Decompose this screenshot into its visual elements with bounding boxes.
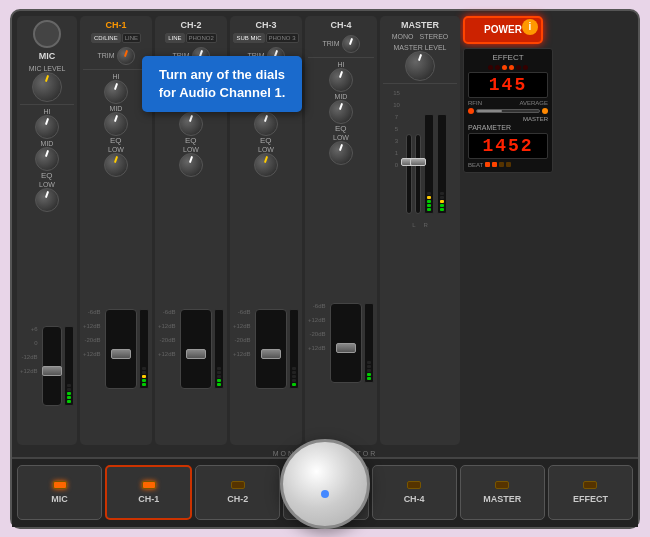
mic-db-scale: +60-12dB+12dB	[20, 326, 38, 441]
ch4-eq-label: EQ	[335, 124, 347, 133]
ch3-phono3-btn[interactable]: PHONO 3	[266, 33, 299, 43]
ch1-trim-knob[interactable]	[117, 47, 135, 65]
selector-mic[interactable]: MIC	[17, 465, 102, 520]
tooltip-text: Turn any of the dials for Audio Channel …	[159, 67, 286, 100]
master-vu-r	[437, 114, 447, 214]
big-dial-dot	[321, 490, 329, 498]
master-level-knob[interactable]	[405, 51, 435, 81]
parameter-label: PARAMETER	[468, 124, 548, 131]
selector-master[interactable]: MASTER	[460, 465, 545, 520]
selector-ch4[interactable]: CH-4	[372, 465, 457, 520]
ch4-trim-label: TRIM	[322, 40, 339, 47]
mic-low-knob[interactable]	[35, 188, 59, 212]
average-label: AVERAGE	[519, 100, 548, 106]
ch1-fader-track	[105, 309, 137, 389]
led-3	[502, 65, 507, 70]
selector-ch2-label: CH-2	[227, 494, 248, 504]
selector-effect[interactable]: EFFECT	[548, 465, 633, 520]
ch3-submic-btn[interactable]: SUB MIC	[233, 33, 264, 43]
ch4-low-knob[interactable]	[329, 141, 353, 165]
ch1-fader-handle[interactable]	[111, 349, 131, 359]
effect-slider-fill	[477, 110, 502, 112]
mic-fader-track	[42, 326, 62, 406]
ch1-hi-knob[interactable]	[104, 80, 128, 104]
master-level-label: MASTER LEVEL	[394, 44, 447, 51]
ch1-cd-btn[interactable]: CD/LINE	[91, 33, 121, 43]
selector-effect-label: EFFECT	[573, 494, 608, 504]
ch4-trim-knob[interactable]	[342, 35, 360, 53]
beat-4	[506, 162, 511, 167]
ch3-low-knob[interactable]	[254, 153, 278, 177]
effect-value-1: 145	[489, 75, 527, 95]
ch4-trim-row: TRIM	[322, 35, 359, 53]
led-2	[495, 65, 500, 70]
ch1-mid-knob[interactable]	[104, 112, 128, 136]
ch2-mid-knob[interactable]	[179, 112, 203, 136]
mic-fader-handle[interactable]	[42, 366, 62, 376]
mic-low-label: LOW	[39, 181, 55, 188]
effect-label: EFFECT	[468, 53, 548, 62]
info-icon[interactable]: i	[522, 19, 538, 35]
beat-label: BEAT	[468, 162, 483, 168]
led-5	[516, 65, 521, 70]
led-4	[509, 65, 514, 70]
ch2-eq-label: EQ	[185, 136, 197, 145]
ch4-fader-track	[330, 303, 362, 383]
ch1-hi-label: HI	[113, 73, 120, 80]
ch2-db-scale: -6dB+12dB-20dB+12dB	[158, 309, 176, 441]
selector-mic-label: MIC	[51, 494, 68, 504]
beat-1	[485, 162, 490, 167]
rfin-label: RFIN	[468, 100, 482, 106]
mic-hi-knob[interactable]	[35, 115, 59, 139]
selector-mic-light	[53, 481, 67, 489]
ch3-eq-label: EQ	[260, 136, 272, 145]
mic-vu-meter	[64, 326, 74, 406]
ch1-trim-label: TRIM	[97, 52, 114, 59]
ch3-mid-knob[interactable]	[254, 112, 278, 136]
selector-ch1-label: CH-1	[138, 494, 159, 504]
ch1-low-knob[interactable]	[104, 153, 128, 177]
ch1-mid-label: MID	[110, 105, 123, 112]
ch4-vu-meter	[364, 303, 374, 383]
ch3-fader-track	[255, 309, 287, 389]
ch1-line-btn[interactable]: LINE	[122, 33, 141, 43]
r-label: R	[424, 222, 428, 228]
right-panel: POWER EFFECT 145 R	[463, 16, 553, 445]
ch4-hi-knob[interactable]	[329, 68, 353, 92]
effect-display-1: 145	[468, 72, 548, 98]
master-fader-r-handle[interactable]	[410, 158, 426, 166]
ch2-line-btn[interactable]: LINE	[165, 33, 184, 43]
ch2-low-knob[interactable]	[179, 153, 203, 177]
ch3-fader-handle[interactable]	[261, 349, 281, 359]
ch3-label: CH-3	[255, 20, 276, 30]
ch4-fader-section: -6dB+12dB-20dB+12dB	[308, 303, 374, 441]
big-dial[interactable]	[280, 439, 370, 529]
mic-mid-knob[interactable]	[35, 147, 59, 171]
ch1-eq-label: EQ	[110, 136, 122, 145]
beat-3	[499, 162, 504, 167]
ch2-vu-meter	[214, 309, 224, 389]
effect-section: EFFECT 145 RFIN AVERAGE	[463, 48, 553, 173]
ch4-label: CH-4	[330, 20, 351, 30]
mic-level-label: MIC LEVEL	[29, 65, 66, 72]
ch3-vu-meter	[289, 309, 299, 389]
selector-ch1[interactable]: CH-1	[105, 465, 192, 520]
beat-row: BEAT	[468, 162, 548, 168]
effect-led-dots	[468, 65, 548, 70]
mic-level-knob[interactable]	[32, 72, 62, 102]
ch4-db-scale: -6dB+12dB-20dB+12dB	[308, 303, 326, 441]
selector-ch2[interactable]: CH-2	[195, 465, 280, 520]
ch1-fader-section: -6dB+12dB-20dB+12dB	[83, 309, 149, 441]
ch2-fader-handle[interactable]	[186, 349, 206, 359]
ch3-db-scale: -6dB+12dB-20dB+12dB	[233, 309, 251, 441]
ch4-fader-handle[interactable]	[336, 343, 356, 353]
ch4-mid-knob[interactable]	[329, 100, 353, 124]
effect-slider-track[interactable]	[476, 109, 540, 113]
mic-fader-section: +60-12dB+12dB	[20, 326, 74, 441]
ch1-db-scale: -6dB+12dB-20dB+12dB	[83, 309, 101, 441]
master-fader-l	[406, 134, 412, 214]
ch4-channel: CH-4 TRIM HI MID EQ LOW -6dB+12dB-20dB+1…	[305, 16, 377, 445]
ch2-phono-btn[interactable]: PHONO2	[186, 33, 217, 43]
ch2-source-row: LINE PHONO2	[165, 33, 217, 43]
master-channel: MASTER MONO STEREO MASTER LEVEL 15107531…	[380, 16, 460, 445]
